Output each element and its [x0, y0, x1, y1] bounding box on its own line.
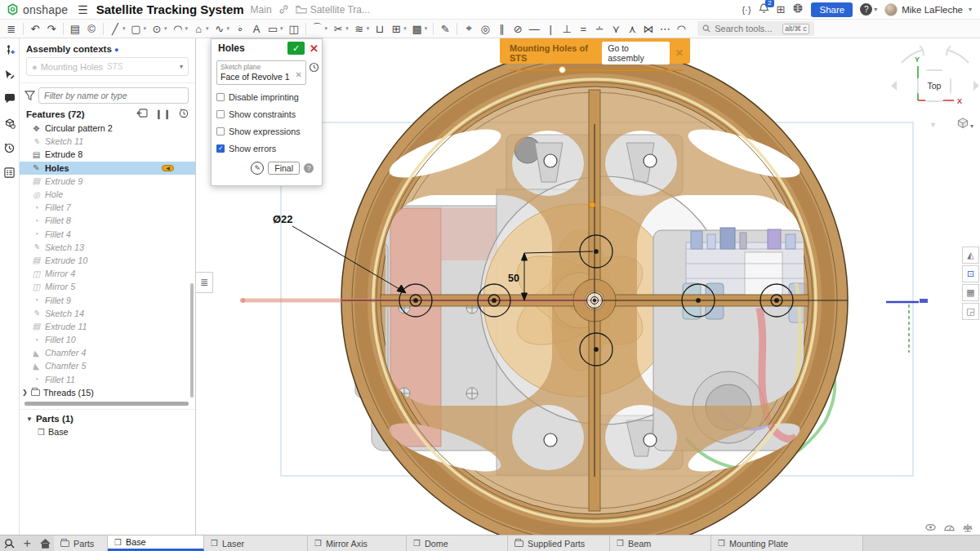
- mass-properties-icon[interactable]: [963, 523, 973, 534]
- midpoint-constraint-icon[interactable]: ∸: [591, 20, 608, 38]
- checkbox-show-expressions[interactable]: Show expressions: [216, 127, 317, 136]
- insert-image-icon[interactable]: ©: [83, 20, 100, 38]
- panel-collapse-handle[interactable]: ≣: [196, 272, 213, 293]
- named-views-panel-icon[interactable]: ◲: [962, 303, 979, 320]
- feature-row-chamfer-5[interactable]: ◣Chamfer 5: [20, 359, 195, 372]
- accept-button[interactable]: ✓: [287, 42, 305, 55]
- sketch-mode-icon[interactable]: ✎: [251, 162, 264, 175]
- rotate-west-arrow[interactable]: [891, 81, 897, 91]
- comments-icon[interactable]: [3, 92, 16, 105]
- banner-slider[interactable]: [510, 69, 684, 71]
- spline-tool-icon[interactable]: ∿▾: [212, 20, 233, 38]
- concentric-constraint-icon[interactable]: ◎: [477, 20, 493, 38]
- redo-icon[interactable]: ↷: [43, 20, 60, 38]
- filter-input[interactable]: [38, 87, 189, 104]
- help-menu[interactable]: ?▾: [860, 3, 877, 16]
- go-to-assembly-button[interactable]: Go to assembly: [602, 42, 670, 64]
- offset-tool-icon[interactable]: ≋▾: [351, 20, 372, 38]
- cancel-button[interactable]: ✕: [310, 42, 318, 55]
- edit-pointer-icon[interactable]: [3, 68, 16, 81]
- search-tabs-icon[interactable]: [0, 535, 18, 551]
- feature-row-threads-15-[interactable]: ❯Threads (15): [20, 386, 195, 399]
- mate-connector-icon[interactable]: [3, 43, 16, 56]
- vertical-scrollbar[interactable]: [190, 283, 194, 398]
- feature-row-sketch-14[interactable]: ✎Sketch 14: [20, 307, 195, 320]
- history-icon[interactable]: [3, 141, 16, 154]
- tab-mounting-plate[interactable]: ❒Mounting Plate: [711, 535, 863, 551]
- feature-row-fillet-9[interactable]: ◔Fillet 9: [20, 293, 195, 306]
- view-options-dropdown[interactable]: ▾: [957, 118, 973, 131]
- horizontal-scrollbar[interactable]: [24, 402, 189, 406]
- checkbox-box[interactable]: [216, 144, 225, 153]
- feature-row-holes[interactable]: ✎Holes◀: [20, 162, 195, 175]
- feature-row-sketch-13[interactable]: ✎Sketch 13: [20, 241, 195, 254]
- coincident-constraint-icon[interactable]: ⌖: [461, 20, 477, 38]
- feature-row-fillet-10[interactable]: ◔Fillet 10: [20, 333, 195, 346]
- checkbox-box[interactable]: [216, 110, 225, 118]
- feature-row-extrude-9[interactable]: ▤Extrude 9: [20, 175, 195, 188]
- checkbox-disable-imprinting[interactable]: Disable imprinting: [216, 92, 317, 102]
- appearance-panel-icon[interactable]: ◭: [962, 247, 979, 264]
- use-project-tool-icon[interactable]: ⊔: [372, 20, 388, 38]
- clear-selection-icon[interactable]: ✕: [296, 70, 302, 79]
- normal-constraint-icon[interactable]: ⋎: [608, 20, 624, 38]
- filter-icon[interactable]: [24, 91, 35, 100]
- apps-grid-icon[interactable]: ⊞: [777, 3, 786, 16]
- feature-row-mirror-5[interactable]: ◫Mirror 5: [20, 280, 195, 293]
- view-cube-top-face[interactable]: Top: [917, 69, 951, 102]
- insert-tool-icon[interactable]: ▩▾: [409, 20, 430, 38]
- line-tool-icon[interactable]: ╱▾: [107, 20, 128, 38]
- help-icon[interactable]: ?: [860, 3, 872, 16]
- feature-row-fillet-11[interactable]: ◔Fillet 11: [20, 373, 195, 386]
- tab-beam[interactable]: ❒Beam: [610, 535, 711, 551]
- rotate-east-arrow[interactable]: [973, 81, 979, 91]
- parallel-constraint-icon[interactable]: ∥: [493, 20, 510, 38]
- expand-icon[interactable]: ❯: [22, 389, 28, 396]
- trim-tool-icon[interactable]: ✂▾: [330, 20, 351, 38]
- polygon-tool-icon[interactable]: ⌂▾: [190, 20, 212, 38]
- performance-icon[interactable]: [944, 523, 955, 534]
- visibility-icon[interactable]: [925, 523, 936, 534]
- tab-laser[interactable]: ❒Laser: [204, 535, 308, 551]
- perpendicular-constraint-icon[interactable]: ⊥: [559, 20, 575, 38]
- stylus-tool-icon[interactable]: ✎: [437, 20, 453, 38]
- fillet-tool-icon[interactable]: ⌒▾: [310, 20, 331, 38]
- mirror-tool-icon[interactable]: ◫: [286, 20, 302, 38]
- feature-row-fillet-7[interactable]: ◔Fillet 7: [20, 201, 195, 214]
- feature-row-sketch-11[interactable]: ✎Sketch 11: [20, 135, 195, 148]
- horizontal-constraint-icon[interactable]: —: [526, 20, 542, 38]
- feature-row-fillet-4[interactable]: ◔Fillet 4: [20, 228, 195, 241]
- tab-dome[interactable]: ❒Dome: [407, 535, 508, 551]
- link-icon[interactable]: [278, 4, 289, 15]
- display-states-panel-icon[interactable]: ⊡: [962, 265, 979, 282]
- undo-icon[interactable]: ↶: [27, 20, 43, 38]
- feature-row-extrude-11[interactable]: ▤Extrude 11: [20, 320, 195, 333]
- pause-icon[interactable]: ❙❙: [155, 109, 172, 120]
- configurations-icon[interactable]: ?: [3, 117, 16, 130]
- rotate-south-arrow[interactable]: ▼: [929, 121, 937, 129]
- symmetric-constraint-icon[interactable]: ⋈: [640, 20, 657, 38]
- configuration-panel-icon[interactable]: ▦: [962, 284, 979, 301]
- text-tool-icon[interactable]: A: [248, 20, 265, 38]
- equal-constraint-icon[interactable]: =: [575, 20, 591, 38]
- notifications-bell-icon[interactable]: 2: [759, 2, 769, 16]
- sketch-tool-list-icon[interactable]: ≣: [3, 20, 20, 38]
- tab-parts[interactable]: Parts: [54, 535, 108, 551]
- tangent-constraint-icon[interactable]: ⊘: [510, 20, 526, 38]
- checkbox-show-constraints[interactable]: Show constraints: [216, 109, 317, 119]
- rotate-right-arrow[interactable]: [947, 46, 969, 63]
- banner-close-icon[interactable]: ✕: [675, 47, 684, 59]
- add-tab-icon[interactable]: ＋: [18, 535, 36, 551]
- hamburger-icon[interactable]: ☰: [78, 3, 88, 16]
- pierce-constraint-icon[interactable]: ⋏: [624, 20, 640, 38]
- insert-dxf-icon[interactable]: ▤: [67, 20, 83, 38]
- search-tools[interactable]: alt/⌘ c: [697, 21, 813, 36]
- learning-globe-icon[interactable]: [792, 2, 804, 16]
- onshape-wordmark[interactable]: onshape: [23, 3, 68, 16]
- rollback-marker[interactable]: ◀: [162, 165, 174, 171]
- curve-pattern-icon[interactable]: ⋯: [657, 20, 673, 38]
- feature-row-fillet-8[interactable]: ◔Fillet 8: [20, 214, 195, 227]
- user-menu[interactable]: Mike LaFleche ▾: [884, 3, 972, 16]
- sketch-plane-field[interactable]: Sketch plane Face of Revolve 1 ✕: [216, 60, 306, 85]
- banner-slider-knob[interactable]: [559, 66, 566, 73]
